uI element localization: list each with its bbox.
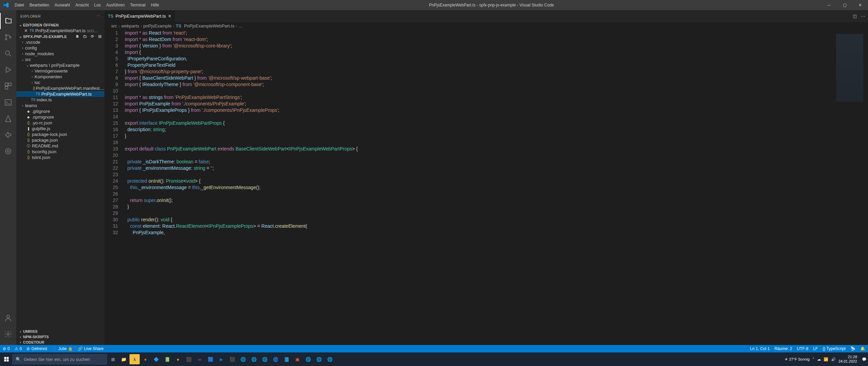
- status-item[interactable]: UTF-8: [797, 346, 808, 351]
- section-umriss[interactable]: ›UMRISS: [16, 329, 104, 334]
- source-control-icon[interactable]: [0, 29, 16, 45]
- app-icon-9[interactable]: 📘: [281, 354, 292, 364]
- folder-item[interactable]: ›Vermögenswerte: [16, 68, 104, 74]
- terminal-taskbar-icon[interactable]: ▶: [216, 354, 226, 364]
- breadcrumb-segment[interactable]: src: [111, 23, 117, 28]
- terminal-icon[interactable]: [0, 94, 16, 110]
- close-button[interactable]: ✕: [852, 0, 868, 10]
- menu-bearbeiten[interactable]: Bearbeiten: [27, 0, 52, 10]
- menu-datei[interactable]: Datei: [12, 0, 27, 10]
- open-editor-item[interactable]: ✕TSPnPjsExampleWebPart.ts src\...: [16, 28, 104, 34]
- folder-item[interactable]: ›node_modules: [16, 51, 104, 57]
- breadcrumbs[interactable]: src›webparts›pnPjsExample›TSPnPjsExample…: [104, 22, 868, 30]
- weather-widget[interactable]: ☀ 27°F Sonnig: [785, 357, 810, 362]
- app-icon-8[interactable]: ⬛: [227, 354, 237, 364]
- folder-item[interactable]: ›config: [16, 45, 104, 51]
- chrome-icon-3[interactable]: 🌐: [260, 354, 270, 364]
- file-item[interactable]: {}PnPjsExampleWebPart.manifest....: [16, 85, 104, 91]
- liveshare-icon[interactable]: [0, 127, 16, 143]
- status-item[interactable]: ⊘Getrennt: [26, 346, 47, 351]
- file-item[interactable]: ◆.npmignore: [16, 114, 104, 120]
- chrome-icon-4[interactable]: 🌐: [314, 354, 324, 364]
- status-item[interactable]: 👤Julie 🔒: [52, 346, 73, 351]
- account-icon[interactable]: [0, 310, 16, 326]
- minimap[interactable]: [836, 34, 863, 102]
- new-folder-icon[interactable]: 🗀: [81, 34, 88, 39]
- file-item[interactable]: TSindex.ts: [16, 97, 104, 103]
- menu-auswahl[interactable]: Auswahl: [52, 0, 73, 10]
- sidebar-more-icon[interactable]: ⋯: [97, 14, 100, 18]
- file-item[interactable]: ⓘREADME.md: [16, 143, 104, 149]
- taskbar-search[interactable]: 🔍 Geben Sie hier ein, um zu suchen: [12, 354, 107, 365]
- status-item[interactable]: 🔗Live Share: [78, 346, 103, 351]
- status-item[interactable]: {} TypeScript: [823, 346, 846, 351]
- tab-close-icon[interactable]: ✕: [168, 14, 172, 19]
- search-icon[interactable]: [0, 45, 16, 62]
- file-item[interactable]: TSPnPjsExampleWebPart.ts: [16, 91, 104, 97]
- menu-hilfe[interactable]: Hilfe: [148, 0, 162, 10]
- menu-ausführen[interactable]: Ausführen: [103, 0, 127, 10]
- breadcrumb-segment[interactable]: PnPjsExampleWebPart.ts: [184, 23, 235, 28]
- folder-item[interactable]: ⌄webparts \ pnPjsExample: [16, 62, 104, 68]
- app-icon-7[interactable]: 🟦: [205, 354, 216, 364]
- breadcrumb-segment[interactable]: webparts: [121, 23, 139, 28]
- app-icon-3[interactable]: ●: [140, 354, 151, 364]
- app-icon-5[interactable]: 📗: [162, 354, 172, 364]
- file-item[interactable]: {}package-lock.json: [16, 131, 104, 137]
- app-icon-12[interactable]: 🌐: [325, 354, 335, 364]
- taskbar-clock[interactable]: 21:28 24.01.2022: [839, 355, 859, 364]
- menu-terminal[interactable]: Terminal: [127, 0, 148, 10]
- split-editor-icon[interactable]: ◫: [853, 14, 857, 19]
- status-item[interactable]: ⚠0: [15, 346, 22, 351]
- edge-icon[interactable]: 🌀: [271, 354, 281, 364]
- chrome-icon-1[interactable]: 🌐: [238, 354, 248, 364]
- section-codetour[interactable]: ›CODETOUR: [16, 340, 104, 345]
- menu-los[interactable]: Los: [92, 0, 103, 10]
- file-item[interactable]: {}tsconfig.json: [16, 149, 104, 155]
- menu-ansicht[interactable]: Ansicht: [73, 0, 91, 10]
- open-editors-header[interactable]: ⌄EDITOREN ÖFFNEN: [16, 22, 104, 28]
- file-item[interactable]: {}.yo-rc.json: [16, 120, 104, 126]
- tray-volume-icon[interactable]: 🔊: [831, 357, 836, 362]
- run-debug-icon[interactable]: [0, 62, 16, 78]
- app-icon-1[interactable]: 📁: [119, 354, 129, 364]
- folder-item[interactable]: ⌄src: [16, 57, 104, 62]
- code-editor[interactable]: 1234567891011121314151617181920212223242…: [104, 30, 868, 345]
- app-icon-11[interactable]: 🌐: [303, 354, 313, 364]
- chrome-icon-2[interactable]: 🌐: [249, 354, 259, 364]
- vscode-taskbar-icon[interactable]: ⬛: [184, 354, 194, 364]
- file-item[interactable]: {}tslint.json: [16, 155, 104, 160]
- tray-chevron-icon[interactable]: ˄: [812, 357, 814, 362]
- tray-network-icon[interactable]: 📶: [824, 357, 828, 362]
- explorer-icon[interactable]: [0, 13, 16, 29]
- new-file-icon[interactable]: 🗎: [74, 34, 81, 39]
- section-npm-skripts[interactable]: ›NPM-SKRIPTS: [16, 334, 104, 340]
- app-icon-4[interactable]: 🔷: [151, 354, 161, 364]
- file-item[interactable]: {}package.json: [16, 137, 104, 143]
- folder-item[interactable]: ›loc: [16, 80, 104, 85]
- task-view-icon[interactable]: ⊞: [108, 354, 118, 364]
- folder-item[interactable]: ›.vscode: [16, 39, 104, 45]
- editor-more-icon[interactable]: ⋯: [861, 14, 865, 19]
- breadcrumb-segment[interactable]: ...: [239, 23, 242, 28]
- vs-taskbar-icon[interactable]: ∞: [195, 354, 205, 364]
- collapse-icon[interactable]: ⊟: [96, 34, 103, 39]
- status-item[interactable]: Räume: 2: [774, 346, 792, 351]
- maximize-button[interactable]: ▢: [837, 0, 852, 10]
- folder-item[interactable]: ›teams: [16, 103, 104, 108]
- status-item[interactable]: LF: [813, 346, 818, 351]
- code-content[interactable]: import * as React from 'react';import * …: [125, 30, 868, 345]
- status-item[interactable]: ⊘0: [3, 346, 10, 351]
- status-item[interactable]: 📡: [850, 346, 855, 351]
- settings-gear-icon[interactable]: [0, 326, 16, 342]
- app-icon-6[interactable]: ●: [173, 354, 183, 364]
- tray-onedrive-icon[interactable]: ☁: [817, 357, 821, 362]
- minimize-button[interactable]: ─: [821, 0, 837, 10]
- status-item[interactable]: Ln 1, Col 1: [750, 346, 770, 351]
- refresh-icon[interactable]: ⟳: [89, 34, 96, 39]
- start-button[interactable]: [1, 354, 12, 364]
- status-item[interactable]: 🔔: [860, 346, 865, 351]
- app-icon-2[interactable]: λ: [130, 354, 140, 364]
- breadcrumb-segment[interactable]: pnPjsExample: [143, 23, 172, 28]
- extensions-icon[interactable]: [0, 78, 16, 94]
